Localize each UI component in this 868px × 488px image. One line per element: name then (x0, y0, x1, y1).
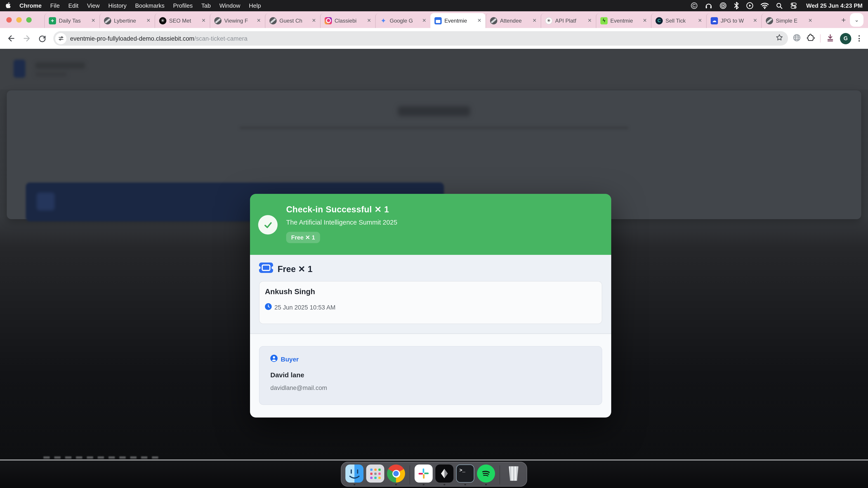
menu-item[interactable]: Chrome (20, 2, 41, 9)
spotlight-search-icon[interactable] (776, 2, 783, 9)
close-window-button[interactable] (6, 17, 12, 23)
dock-item[interactable] (504, 464, 523, 485)
minimize-window-button[interactable] (16, 17, 22, 23)
dock-item[interactable]: >_ (456, 464, 474, 485)
browser-tab[interactable]: Daily Tas ✕ (44, 13, 99, 28)
profile-avatar[interactable]: G (840, 33, 851, 44)
tab-close-icon[interactable]: ✕ (421, 17, 427, 24)
back-button[interactable] (4, 32, 18, 45)
menu-item[interactable]: Profiles (173, 2, 193, 9)
dock-app-icon[interactable] (477, 464, 495, 483)
tab-close-icon[interactable]: ✕ (587, 17, 593, 24)
checkin-time: 25 Jun 2025 10:53 AM (274, 304, 336, 311)
tab-favicon (434, 17, 442, 24)
browser-tab[interactable]: Eventmie ✕ (596, 13, 651, 28)
tab-close-icon[interactable]: ✕ (366, 17, 372, 24)
menu-item[interactable]: Edit (68, 2, 79, 9)
buyer-section: Buyer David lane davidlane@mail.com (250, 334, 611, 418)
tab-favicon (545, 17, 553, 24)
browser-tab[interactable]: Classiebi ✕ (320, 13, 375, 28)
dock-app-icon[interactable] (345, 464, 364, 483)
dock-item[interactable] (414, 464, 433, 485)
browser-tab[interactable]: Guest Ch ✕ (265, 13, 320, 28)
browser-tab[interactable]: Lybertine ✕ (99, 13, 155, 28)
wifi-icon[interactable] (761, 2, 769, 9)
tab-close-icon[interactable]: ✕ (311, 17, 317, 24)
adobe-creative-cloud-icon[interactable] (690, 2, 698, 9)
window-controls (6, 17, 32, 23)
browser-tab[interactable]: Eventmie ✕ (430, 13, 486, 28)
browser-tab[interactable]: Sell Tick ✕ (651, 13, 706, 28)
dock-separator (500, 465, 500, 484)
globe-icon[interactable] (793, 33, 801, 43)
tab-search-button[interactable]: ⌄ (850, 13, 864, 27)
browser-tab[interactable]: SEO Met ✕ (155, 13, 210, 28)
url-text[interactable]: eventmie-pro-fullyloaded-demo.classiebit… (70, 35, 775, 42)
ticket-icon (259, 263, 273, 275)
menu-item[interactable]: View (87, 2, 100, 9)
buyer-label-row: Buyer (270, 355, 591, 363)
omnibox[interactable]: eventmie-pro-fullyloaded-demo.classiebit… (53, 31, 788, 46)
extensions-icon[interactable] (807, 33, 815, 43)
menu-bar-clock[interactable]: Wed 25 Jun 4:23 PM (806, 2, 863, 9)
forward-button[interactable] (20, 32, 33, 45)
menu-item[interactable]: Window (219, 2, 241, 9)
browser-tab[interactable]: JPG to W ✕ (706, 13, 761, 28)
site-settings-icon[interactable] (55, 33, 66, 44)
tab-favicon (600, 17, 608, 24)
tab-close-icon[interactable]: ✕ (90, 17, 96, 24)
tab-close-icon[interactable]: ✕ (146, 17, 151, 24)
bookmark-star-icon[interactable] (775, 33, 783, 43)
bluetooth-icon[interactable] (734, 2, 739, 9)
running-indicator (485, 484, 487, 485)
podcast-icon[interactable] (719, 2, 727, 9)
dimmed-card-subline (240, 127, 628, 129)
chrome-tab-strip: Daily Tas ✕ Lybertine ✕ SEO Met ✕ (0, 11, 868, 28)
dock-app-icon[interactable] (414, 464, 433, 483)
dock-app-icon[interactable] (366, 464, 384, 483)
chrome-toolbar: eventmie-pro-fullyloaded-demo.classiebit… (0, 28, 868, 49)
menu-item[interactable]: File (50, 2, 60, 9)
control-center-icon[interactable] (790, 2, 798, 9)
tab-close-icon[interactable]: ✕ (807, 17, 813, 24)
dock-app-icon[interactable]: >_ (456, 464, 474, 483)
tab-close-icon[interactable]: ✕ (256, 17, 262, 24)
dock-item[interactable] (387, 464, 405, 485)
dock-item[interactable] (477, 464, 495, 485)
tab-favicon (380, 17, 387, 24)
dock-app-icon[interactable] (435, 464, 454, 483)
headphones-icon[interactable] (705, 2, 713, 9)
menu-item[interactable]: Tab (202, 2, 211, 9)
browser-tab[interactable]: Attendee ✕ (486, 13, 541, 28)
dock-item[interactable] (366, 464, 384, 485)
tab-close-icon[interactable]: ✕ (201, 17, 207, 24)
reload-button[interactable] (35, 32, 49, 45)
browser-tab[interactable]: Simple E ✕ (761, 13, 816, 28)
apple-menu-icon[interactable] (5, 2, 12, 9)
macos-dock: >_ (341, 462, 527, 487)
new-tab-button[interactable]: + (837, 14, 850, 27)
dimmed-site-subtitle (35, 72, 67, 76)
browser-tab[interactable]: API Platf ✕ (541, 13, 596, 28)
browser-tab[interactable]: Google G ✕ (375, 13, 430, 28)
menu-item[interactable]: Help (249, 2, 261, 9)
dock-app-icon[interactable] (387, 464, 405, 483)
tab-close-icon[interactable]: ✕ (476, 17, 483, 24)
chrome-menu-icon[interactable] (857, 35, 862, 41)
browser-tab[interactable]: Viewing F ✕ (210, 13, 265, 28)
dock-app-icon[interactable] (504, 464, 523, 483)
tab-favicon (214, 17, 221, 24)
menu-item[interactable]: History (108, 2, 127, 9)
download-icon[interactable] (826, 33, 835, 43)
tab-close-icon[interactable]: ✕ (532, 17, 537, 24)
play-circle-icon[interactable] (746, 2, 754, 9)
dock-item[interactable] (345, 464, 364, 485)
tab-close-icon[interactable]: ✕ (752, 17, 758, 24)
zoom-window-button[interactable] (26, 17, 32, 23)
tab-close-icon[interactable]: ✕ (642, 17, 648, 24)
tab-close-icon[interactable]: ✕ (697, 17, 703, 24)
dimmed-card-heading (398, 106, 470, 116)
dock-item[interactable] (435, 464, 454, 485)
menu-item[interactable]: Bookmarks (135, 2, 164, 9)
buyer-name: David lane (270, 371, 591, 379)
